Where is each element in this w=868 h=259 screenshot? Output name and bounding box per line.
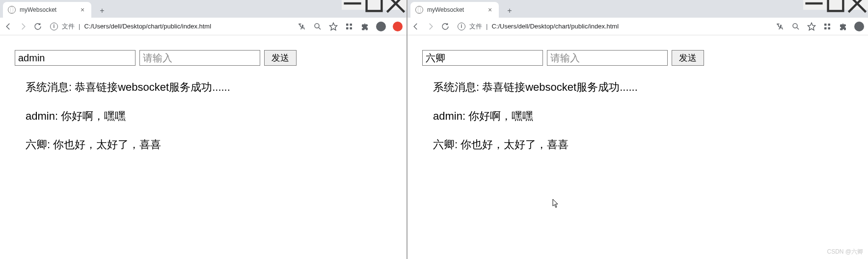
tabstrip: myWebsocket × + xyxy=(0,0,407,18)
translate-icon[interactable] xyxy=(776,22,785,31)
svg-point-4 xyxy=(315,24,319,28)
minimize-button[interactable] xyxy=(803,0,825,10)
minimize-button[interactable] xyxy=(342,0,363,10)
tab-title: myWebsocket xyxy=(20,6,75,13)
url-text: C:/Users/dell/Desktop/chart/public/index… xyxy=(84,23,211,30)
globe-icon xyxy=(8,6,16,14)
maximize-button[interactable] xyxy=(825,0,846,10)
close-icon[interactable]: × xyxy=(486,6,494,14)
send-button[interactable]: 发送 xyxy=(672,50,704,66)
toolbar: i 文件 | C:/Users/dell/Desktop/chart/publi… xyxy=(407,18,868,35)
puzzle-icon[interactable] xyxy=(360,22,369,31)
translate-icon[interactable] xyxy=(298,22,306,31)
svg-rect-1 xyxy=(367,0,382,11)
svg-line-16 xyxy=(797,27,799,29)
star-icon[interactable] xyxy=(807,22,816,31)
globe-icon xyxy=(415,6,423,14)
msg-user: 六卿: 你也好，太好了，喜喜 xyxy=(433,138,842,152)
username-input[interactable] xyxy=(15,50,136,66)
address-bar[interactable]: i 文件 | C:/Users/dell/Desktop/chart/publi… xyxy=(456,22,770,31)
tab-mywebsocket[interactable]: myWebsocket × xyxy=(410,2,499,18)
avatar-icon[interactable] xyxy=(854,22,864,31)
zoom-icon[interactable] xyxy=(313,22,322,31)
input-row: 发送 xyxy=(422,50,853,66)
new-tab-button[interactable]: + xyxy=(95,4,109,18)
back-button[interactable] xyxy=(411,22,420,31)
tab-mywebsocket[interactable]: myWebsocket × xyxy=(3,2,91,18)
page-content: 发送 系统消息: 恭喜链接websocket服务成功...... admin: … xyxy=(407,35,868,259)
zoom-icon[interactable] xyxy=(791,22,800,31)
forward-button[interactable] xyxy=(426,22,435,31)
forward-button[interactable] xyxy=(19,22,27,31)
svg-rect-12 xyxy=(828,0,843,11)
svg-rect-20 xyxy=(824,27,827,29)
message-input[interactable] xyxy=(547,50,668,66)
message-input[interactable] xyxy=(139,50,260,66)
svg-marker-17 xyxy=(808,23,815,30)
msg-user: admin: 你好啊，嘿嘿 xyxy=(433,109,842,124)
url-text: C:/Users/dell/Desktop/chart/public/index… xyxy=(491,23,619,30)
send-button[interactable]: 发送 xyxy=(264,50,297,66)
reload-button[interactable] xyxy=(441,22,450,31)
msg-system: 系统消息: 恭喜链接websocket服务成功...... xyxy=(433,80,842,95)
adblock-icon[interactable] xyxy=(393,22,403,31)
url-prefix: 文件 xyxy=(62,22,75,31)
extension-icon[interactable] xyxy=(823,22,832,31)
reload-button[interactable] xyxy=(33,22,42,31)
message-list: 系统消息: 恭喜链接websocket服务成功...... admin: 你好啊… xyxy=(15,66,392,152)
svg-rect-8 xyxy=(350,24,353,26)
new-tab-button[interactable]: + xyxy=(503,4,516,18)
msg-system: 系统消息: 恭喜链接websocket服务成功...... xyxy=(26,80,381,95)
url-prefix: 文件 xyxy=(469,22,482,31)
browser-window-right: myWebsocket × + i 文件 | xyxy=(407,0,868,259)
url-sep: | xyxy=(486,23,488,30)
username-input[interactable] xyxy=(422,50,543,66)
page-content: 发送 系统消息: 恭喜链接websocket服务成功...... admin: … xyxy=(0,35,407,259)
msg-user: 六卿: 你也好，太好了，喜喜 xyxy=(26,138,381,152)
close-icon[interactable]: × xyxy=(79,6,86,14)
toolbar: i 文件 | C:/Users/dell/Desktop/chart/publi… xyxy=(0,18,407,35)
svg-rect-18 xyxy=(824,24,827,26)
close-window-button[interactable] xyxy=(846,0,868,10)
tab-title: myWebsocket xyxy=(427,6,482,13)
info-icon[interactable]: i xyxy=(50,23,58,30)
svg-rect-7 xyxy=(346,24,349,26)
maximize-button[interactable] xyxy=(363,0,385,10)
svg-point-15 xyxy=(793,24,797,28)
info-icon[interactable]: i xyxy=(458,23,465,30)
avatar-icon[interactable] xyxy=(376,22,386,31)
svg-rect-10 xyxy=(350,27,353,29)
address-bar[interactable]: i 文件 | C:/Users/dell/Desktop/chart/publi… xyxy=(48,22,292,31)
extension-icon[interactable] xyxy=(345,22,353,31)
back-button[interactable] xyxy=(4,22,13,31)
puzzle-icon[interactable] xyxy=(839,22,847,31)
watermark: CSDN @六卿 xyxy=(827,248,863,256)
svg-rect-19 xyxy=(828,24,831,26)
star-icon[interactable] xyxy=(329,22,338,31)
svg-line-5 xyxy=(319,27,321,29)
close-window-button[interactable] xyxy=(385,0,407,10)
browser-window-left: myWebsocket × + i 文件 | xyxy=(0,0,407,259)
svg-marker-6 xyxy=(330,23,337,30)
input-row: 发送 xyxy=(15,50,392,66)
msg-user: admin: 你好啊，嘿嘿 xyxy=(26,109,381,124)
message-list: 系统消息: 恭喜链接websocket服务成功...... admin: 你好啊… xyxy=(422,66,853,152)
svg-rect-21 xyxy=(828,27,831,29)
tabstrip: myWebsocket × + xyxy=(407,0,868,18)
svg-rect-9 xyxy=(346,27,349,29)
url-sep: | xyxy=(79,23,80,30)
